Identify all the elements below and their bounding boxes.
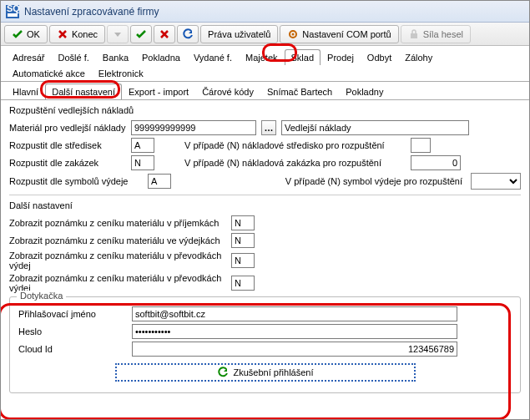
stredisek-field[interactable] (131, 138, 154, 153)
check-icon (135, 28, 147, 40)
cancel-button[interactable] (154, 25, 175, 43)
note-prijemky-field[interactable] (231, 215, 255, 230)
zakazka-case-label: V případě (N) nákladová zakázka pro rozp… (184, 158, 406, 168)
stredisek-label: Rozpustit dle středisek (9, 140, 126, 150)
tab-banka[interactable]: Banka (96, 49, 135, 65)
stredisko-case-label: V případě (N) nákladové středisko pro ro… (184, 140, 406, 150)
dotykacka-legend: Dotykačka (17, 291, 66, 301)
password-strength-label: Síla hesel (423, 29, 463, 39)
separator-1 (9, 195, 521, 195)
ok-button[interactable]: OK (4, 25, 48, 43)
test-login-label: Zkušební přihlášení (234, 367, 314, 377)
zakazek-label: Rozpustit dle zakázek (9, 158, 126, 168)
subtab-dalsi-nastaveni[interactable]: Další nastavení (45, 83, 122, 99)
window-title: Nastavení zpracovávané firmy (24, 6, 159, 18)
chevron-down-icon (112, 28, 124, 40)
confirm-button[interactable] (130, 25, 152, 43)
tab-zalohy[interactable]: Zálohy (398, 49, 439, 65)
user-rights-label: Práva uživatelů (208, 29, 270, 39)
app-icon: SQL (6, 5, 19, 18)
material-field[interactable] (131, 120, 256, 135)
tab-sklad[interactable]: Sklad (285, 49, 321, 65)
note-prijemky-label: Zobrazit poznámku z ceníku materiálu v p… (9, 218, 226, 228)
zakazka-case-field[interactable] (411, 155, 461, 170)
dotykacka-group: Dotykačka Přihlašovací jméno Heslo Cloud… (9, 296, 521, 393)
note-prev-vydej-label: Zobrazit poznámku z ceníku materiálu v p… (9, 250, 226, 271)
subtab-snimac-bartech[interactable]: Snímač Bartech (260, 83, 339, 99)
sub-tabs: Hlavní Další nastavení Export - import Č… (1, 82, 529, 100)
group-rozpusteni-title: Rozpuštění vedlejších nákladů (9, 105, 521, 115)
x-red-icon (159, 28, 170, 40)
end-label: Konec (72, 29, 98, 39)
cloudid-label: Cloud Id (18, 344, 127, 354)
note-prev-vydej-field[interactable] (231, 253, 255, 268)
com-ports-button[interactable]: Nastavení COM portů (280, 25, 398, 43)
user-rights-button[interactable]: Práva uživatelů (200, 25, 278, 43)
note-vydejky-label: Zobrazit poznámku z ceníku materiálu ve … (9, 235, 226, 245)
symbolu-field[interactable] (148, 174, 171, 189)
material-desc-field[interactable] (281, 120, 469, 135)
note-prev-vydej2-field[interactable] (231, 276, 255, 291)
dropdown-button[interactable] (107, 25, 129, 43)
main-toolbar: OK Konec Práva uživatelů Nastavení COM p… (1, 23, 529, 46)
tab-vydane-f[interactable]: Vydané f. (187, 49, 239, 65)
refresh-green-icon (217, 367, 229, 378)
svg-rect-2 (8, 13, 18, 17)
material-label: Materiál pro vedlejší náklady (9, 123, 126, 133)
content-area: Rozpuštění vedlejších nákladů Materiál p… (1, 100, 529, 397)
symbolu-label: Rozpustit dle symbolů výdeje (9, 176, 143, 186)
group-dalsi-title: Další nastavení (9, 200, 521, 210)
tab-pokladna[interactable]: Pokladna (135, 49, 187, 65)
gear-icon (287, 28, 299, 40)
password-field[interactable] (132, 324, 457, 339)
refresh-button[interactable] (177, 25, 199, 43)
login-name-field[interactable] (132, 306, 457, 321)
tab-adresar[interactable]: Adresář (6, 49, 52, 65)
x-red-icon (57, 28, 68, 40)
zakazek-field[interactable] (131, 155, 154, 170)
test-login-button[interactable]: Zkušební přihlášení (115, 363, 416, 382)
tab-odbyt[interactable]: Odbyt (361, 49, 398, 65)
cloudid-field[interactable] (132, 342, 457, 357)
symbol-case-label: V případě (N) symbol výdeje pro rozpuště… (201, 176, 462, 186)
ok-label: OK (27, 29, 40, 39)
note-vydejky-field[interactable] (231, 233, 255, 248)
stredisko-case-field[interactable] (411, 138, 431, 153)
com-ports-label: Nastavení COM portů (302, 29, 391, 39)
tab-majetek[interactable]: Majetek (239, 49, 285, 65)
login-name-label: Přihlašovací jméno (18, 309, 127, 319)
tab-dosle-f[interactable]: Došlé f. (52, 49, 96, 65)
subtab-hlavni[interactable]: Hlavní (6, 83, 45, 99)
svg-rect-5 (411, 33, 417, 38)
password-label: Heslo (18, 326, 127, 337)
tab-prodej[interactable]: Prodej (321, 49, 361, 65)
symbol-case-select[interactable] (471, 173, 521, 190)
subtab-carove-kody[interactable]: Čárové kódy (195, 83, 260, 99)
material-lookup-button[interactable]: … (261, 120, 276, 135)
end-button[interactable]: Konec (49, 25, 105, 43)
refresh-icon (182, 28, 194, 40)
subtab-export-import[interactable]: Export - import (122, 83, 195, 99)
password-strength-button[interactable]: Síla hesel (401, 25, 471, 43)
svg-text:SQL: SQL (7, 5, 19, 13)
main-tabs: Adresář Došlé f. Banka Pokladna Vydané f… (1, 46, 529, 82)
lock-icon (408, 28, 420, 40)
tab-auto-akce[interactable]: Automatické akce (6, 65, 92, 81)
titlebar: SQL Nastavení zpracovávané firmy (1, 1, 529, 23)
svg-point-4 (292, 33, 295, 35)
subtab-pokladny[interactable]: Pokladny (339, 83, 390, 99)
check-icon (12, 28, 23, 40)
tab-elektronicke[interactable]: Elektronick (92, 65, 150, 81)
